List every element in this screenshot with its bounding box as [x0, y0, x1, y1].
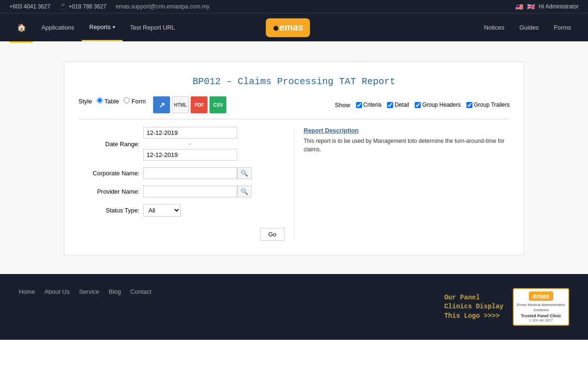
radio-form[interactable]: [124, 97, 130, 103]
checkbox-criteria[interactable]: [356, 102, 362, 108]
footer-logo-phone: 1 300 88 3627: [529, 318, 553, 322]
date-range-col: -: [143, 127, 237, 161]
main-content: BP012 – Claims Processing TAT Report Sty…: [0, 43, 588, 274]
footer-logo-trusted: Trusted Panel Clinic: [521, 314, 561, 318]
footer-panel-text: Our Panel Clinics Display This Logo >>>>: [444, 293, 503, 321]
export-arrow-button[interactable]: ↗: [153, 96, 170, 113]
corporate-name-search-button[interactable]: 🔍: [237, 167, 252, 179]
footer: Home About Us Service Blog Contact Our P…: [0, 274, 588, 340]
phone2: 📱 +018 788 3627: [60, 3, 106, 10]
footer-link-about[interactable]: About Us: [45, 288, 70, 295]
checkbox-group-headers[interactable]: [415, 102, 421, 108]
provider-name-input[interactable]: [143, 186, 237, 197]
footer-link-home[interactable]: Home: [19, 288, 35, 295]
export-pdf-button[interactable]: PDF: [191, 96, 208, 113]
provider-name-search-button[interactable]: 🔍: [237, 186, 252, 197]
report-desc-title: Report Description: [304, 127, 510, 134]
footer-right: Our Panel Clinics Display This Logo >>>>…: [444, 288, 569, 326]
corporate-name-label: Corporate Name:: [78, 170, 139, 177]
corporate-name-row: Corporate Name: 🔍: [78, 167, 285, 179]
date-separator: -: [143, 141, 237, 147]
footer-logo-sub: Emas Medical Administration Solutions: [517, 303, 565, 313]
date-range-label: Date Range:: [78, 141, 139, 148]
form-left: Date Range: - Corporate Name: 🔍: [78, 127, 285, 241]
toolbar-row: Style Table Form ↗ HTML PDF CSV Show: [78, 96, 510, 119]
style-label: Style: [78, 98, 92, 105]
status-type-row: Status Type: All: [78, 204, 285, 217]
checkbox-group-trailers[interactable]: [466, 102, 472, 108]
go-button[interactable]: Go: [260, 228, 284, 241]
footer-logo-inner: emas: [529, 291, 553, 301]
show-options: Show Criteria Detail Group Headers Group…: [335, 102, 510, 109]
top-right: 🇲🇾 🇬🇧 Hi Administrator: [515, 3, 579, 10]
export-html-button[interactable]: HTML: [172, 96, 189, 113]
nav-forms[interactable]: Forms: [546, 15, 579, 40]
nav-guides[interactable]: Guides: [512, 15, 546, 40]
style-selector: Style Table Form: [78, 97, 146, 105]
flag-my[interactable]: 🇲🇾: [515, 3, 523, 10]
home-nav-icon[interactable]: 🏠: [9, 14, 34, 41]
nav-logo: ● emas: [266, 18, 310, 37]
provider-name-input-group: 🔍: [143, 186, 252, 197]
status-type-select[interactable]: All: [143, 204, 181, 217]
mobile-icon: 📱: [60, 3, 67, 10]
export-buttons: ↗ HTML PDF CSV: [153, 96, 226, 113]
export-csv-button[interactable]: CSV: [209, 96, 226, 113]
phone1: +603 4041 3627: [9, 3, 50, 10]
style-table-radio[interactable]: Table: [97, 97, 119, 105]
radio-table[interactable]: [97, 97, 103, 103]
footer-link-blog[interactable]: Blog: [109, 288, 121, 295]
nav-applications[interactable]: Applications: [34, 15, 82, 40]
date-from-input[interactable]: [143, 127, 237, 139]
date-to-input[interactable]: [143, 149, 237, 161]
nav-notices[interactable]: Notices: [477, 15, 512, 40]
navbar: 🏠 Applications Reports ▾ Test Report URL…: [0, 13, 588, 41]
status-type-label: Status Type:: [78, 207, 139, 214]
corporate-name-input[interactable]: [143, 167, 237, 179]
provider-name-label: Provider Name:: [78, 188, 139, 195]
flag-gb[interactable]: 🇬🇧: [527, 3, 535, 10]
report-desc-text: This report is to be used by Management …: [304, 137, 510, 154]
reports-chevron-icon: ▾: [113, 24, 115, 30]
show-group-trailers-check[interactable]: Group Trailers: [466, 102, 510, 108]
top-bar: +603 4041 3627 📱 +018 788 3627 emas.supp…: [0, 0, 588, 13]
email: emas.support@crm.emastpa.com.my: [116, 3, 210, 10]
report-card: BP012 – Claims Processing TAT Report Sty…: [64, 62, 524, 255]
nav-reports[interactable]: Reports ▾: [82, 14, 123, 41]
nav-test-report-url[interactable]: Test Report URL: [123, 15, 183, 40]
form-section: Date Range: - Corporate Name: 🔍: [78, 127, 510, 241]
style-form-radio[interactable]: Form: [124, 97, 146, 105]
show-group-headers-check[interactable]: Group Headers: [415, 102, 461, 108]
show-label: Show: [335, 102, 350, 109]
footer-logo-box: emas Emas Medical Administration Solutio…: [513, 288, 569, 326]
report-title: BP012 – Claims Processing TAT Report: [78, 76, 510, 87]
report-description-section: Report Description This report is to be …: [294, 127, 510, 241]
corporate-name-input-group: 🔍: [143, 167, 252, 179]
show-detail-check[interactable]: Detail: [387, 102, 409, 108]
footer-links: Home About Us Service Blog Contact: [19, 288, 151, 295]
date-range-row: Date Range: -: [78, 127, 285, 161]
nav-right-items: Notices Guides Forms: [477, 15, 579, 40]
greeting: Hi Administrator: [539, 3, 579, 10]
footer-link-contact[interactable]: Contact: [131, 288, 152, 295]
show-criteria-check[interactable]: Criteria: [356, 102, 382, 108]
provider-name-row: Provider Name: 🔍: [78, 186, 285, 197]
footer-link-service[interactable]: Service: [79, 288, 99, 295]
checkbox-detail[interactable]: [387, 102, 393, 108]
